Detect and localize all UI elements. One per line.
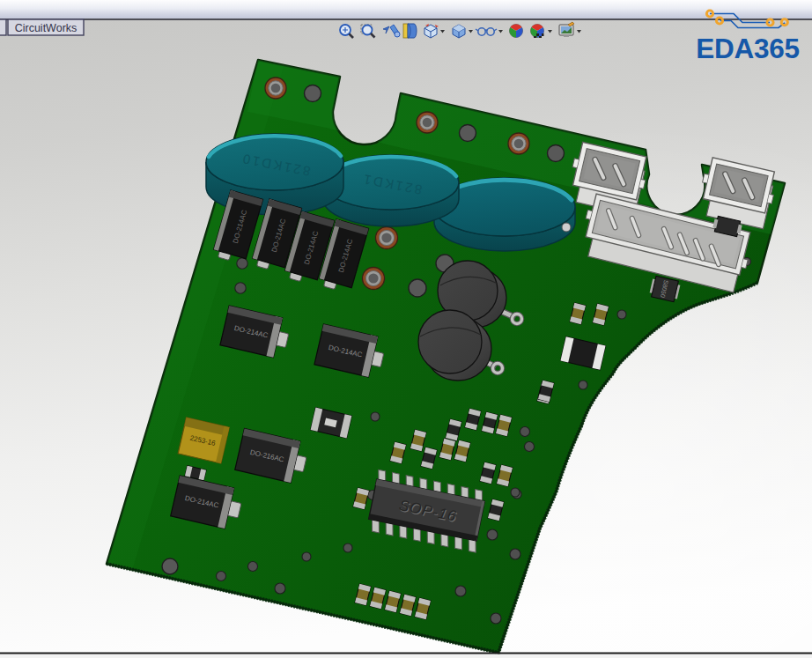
svg-text:CircuitWorks: CircuitWorks	[15, 22, 78, 34]
svg-text:EDA365: EDA365	[696, 33, 799, 64]
